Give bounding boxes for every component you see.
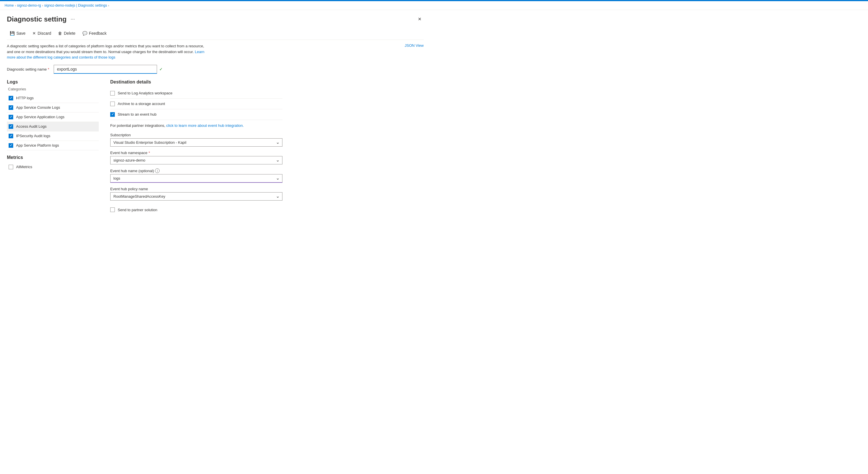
- required-star: *: [48, 67, 49, 71]
- event-hub-policy-label: Event hub policy name: [110, 187, 282, 191]
- description-text: A diagnostic setting specifies a list of…: [7, 43, 208, 60]
- ellipsis-button[interactable]: ···: [69, 15, 76, 23]
- label-event-hub: Stream to an event hub: [118, 112, 156, 117]
- close-button[interactable]: ×: [415, 14, 424, 24]
- logs-category-http: HTTP logs: [7, 94, 99, 103]
- subscription-dropdown-wrapper: Visual Studio Enterprise Subscription - …: [110, 138, 282, 147]
- breadcrumb-home[interactable]: Home: [5, 3, 14, 7]
- logs-category-audit: Access Audit Logs: [7, 122, 99, 131]
- setting-name-row: Diagnostic setting name * ✓: [7, 65, 424, 74]
- partner-info: For potential partner integrations, clic…: [110, 123, 282, 129]
- label-http: HTTP logs: [16, 96, 34, 100]
- metrics-title: Metrics: [7, 155, 99, 160]
- checkbox-application[interactable]: [9, 115, 13, 119]
- chevron-icon-2: ›: [42, 4, 43, 7]
- info-icon: i: [155, 168, 160, 173]
- event-hub-name-label: Event hub name (optional) i: [110, 168, 282, 173]
- save-icon: 💾: [10, 31, 14, 36]
- policy-dropdown-wrapper: RootManageSharedAccessKey: [110, 192, 282, 200]
- label-audit: Access Audit Logs: [16, 124, 46, 129]
- setting-name-input[interactable]: [54, 65, 157, 74]
- breadcrumb-node[interactable]: signoz-demo-nodejs | Diagnostic settings: [44, 3, 107, 7]
- breadcrumb-rg[interactable]: signoz-demo-rg: [17, 3, 41, 7]
- event-hub-policy-dropdown[interactable]: RootManageSharedAccessKey: [110, 192, 282, 200]
- metrics-section: Metrics AllMetrics: [7, 155, 99, 171]
- label-console: App Service Console Logs: [16, 105, 60, 109]
- metrics-allmetrics: AllMetrics: [7, 162, 99, 171]
- save-label: Save: [17, 31, 26, 36]
- subscription-field: Subscription Visual Studio Enterprise Su…: [110, 133, 282, 147]
- dest-log-analytics: Send to Log Analytics workspace: [110, 88, 282, 99]
- description-main: A diagnostic setting specifies a list of…: [7, 44, 204, 54]
- destination-title: Destination details: [110, 80, 282, 85]
- checkbox-ipsecurity[interactable]: [9, 134, 13, 138]
- discard-button[interactable]: ✕ Discard: [30, 29, 54, 37]
- subscription-dropdown[interactable]: Visual Studio Enterprise Subscription - …: [110, 138, 282, 147]
- delete-icon: 🗑: [58, 31, 62, 36]
- checkbox-http[interactable]: [9, 96, 13, 100]
- event-hub-namespace-dropdown[interactable]: signoz-azure-demo: [110, 156, 282, 164]
- page-title: Diagnostic setting: [7, 15, 67, 23]
- checkbox-audit[interactable]: [9, 124, 13, 129]
- label-ipsecurity: IPSecurity Audit logs: [16, 134, 50, 138]
- feedback-icon: 💬: [82, 31, 87, 36]
- main-content: Logs Categories HTTP logs App Service Co…: [7, 80, 424, 215]
- label-storage: Archive to a storage account: [118, 102, 165, 106]
- logs-category-application: App Service Application Logs: [7, 113, 99, 122]
- namespace-dropdown-wrapper: signoz-azure-demo: [110, 156, 282, 164]
- event-hub-name-field: Event hub name (optional) i logs: [110, 168, 282, 183]
- checkbox-allmetrics[interactable]: [9, 165, 13, 169]
- logs-category-ipsecurity: IPSecurity Audit logs: [7, 131, 99, 141]
- logs-category-platform: App Service Platform logs: [7, 141, 99, 150]
- label-allmetrics: AllMetrics: [16, 165, 32, 169]
- label-application: App Service Application Logs: [16, 115, 64, 119]
- checkmark-icon: ✓: [159, 67, 163, 71]
- discard-label: Discard: [38, 31, 51, 36]
- delete-button[interactable]: 🗑 Delete: [55, 29, 78, 37]
- setting-name-input-wrapper: ✓: [54, 65, 163, 74]
- label-platform: App Service Platform logs: [16, 143, 59, 148]
- namespace-required: *: [148, 151, 150, 155]
- event-hub-namespace-label: Event hub namespace *: [110, 151, 282, 155]
- chevron-icon-3: ›: [108, 4, 109, 7]
- json-view-link[interactable]: JSON View: [405, 43, 424, 48]
- page-header: Diagnostic setting ··· ×: [7, 14, 424, 24]
- left-panel: Logs Categories HTTP logs App Service Co…: [7, 80, 99, 171]
- discard-icon: ✕: [32, 31, 36, 36]
- checkbox-partner-solution[interactable]: [110, 208, 115, 212]
- checkbox-log-analytics[interactable]: [110, 91, 115, 96]
- subscription-label: Subscription: [110, 133, 282, 137]
- dest-storage: Archive to a storage account: [110, 99, 282, 109]
- chevron-icon: ›: [15, 4, 16, 7]
- hub-name-dropdown-wrapper: logs: [110, 174, 282, 183]
- checkbox-storage[interactable]: [110, 102, 115, 106]
- feedback-label: Feedback: [89, 31, 106, 36]
- checkbox-platform[interactable]: [9, 143, 13, 148]
- dest-partner-solution: Send to partner solution: [110, 204, 282, 215]
- event-hub-name-dropdown[interactable]: logs: [110, 174, 282, 183]
- logs-category-console: App Service Console Logs: [7, 103, 99, 113]
- label-partner-solution: Send to partner solution: [118, 208, 157, 212]
- categories-label: Categories: [8, 87, 99, 91]
- delete-label: Delete: [64, 31, 75, 36]
- label-log-analytics: Send to Log Analytics workspace: [118, 91, 173, 95]
- save-button[interactable]: 💾 Save: [7, 29, 28, 37]
- title-row: Diagnostic setting ···: [7, 15, 76, 23]
- breadcrumb: Home › signoz-demo-rg › signoz-demo-node…: [0, 1, 868, 10]
- partner-text: For potential partner integrations,: [110, 123, 166, 128]
- event-hub-namespace-field: Event hub namespace * signoz-azure-demo: [110, 151, 282, 164]
- dest-event-hub: Stream to an event hub: [110, 109, 282, 120]
- partner-link[interactable]: click to learn more about event hub inte…: [166, 123, 244, 128]
- right-panel: Destination details Send to Log Analytic…: [110, 80, 282, 215]
- checkbox-event-hub[interactable]: [110, 112, 115, 117]
- toolbar: 💾 Save ✕ Discard 🗑 Delete 💬 Feedback: [7, 27, 424, 40]
- event-hub-policy-field: Event hub policy name RootManageSharedAc…: [110, 187, 282, 200]
- setting-name-label: Diagnostic setting name *: [7, 67, 49, 71]
- checkbox-console[interactable]: [9, 105, 13, 110]
- feedback-button[interactable]: 💬 Feedback: [80, 29, 110, 37]
- logs-section-title: Logs: [7, 80, 99, 85]
- description-area: A diagnostic setting specifies a list of…: [7, 43, 424, 60]
